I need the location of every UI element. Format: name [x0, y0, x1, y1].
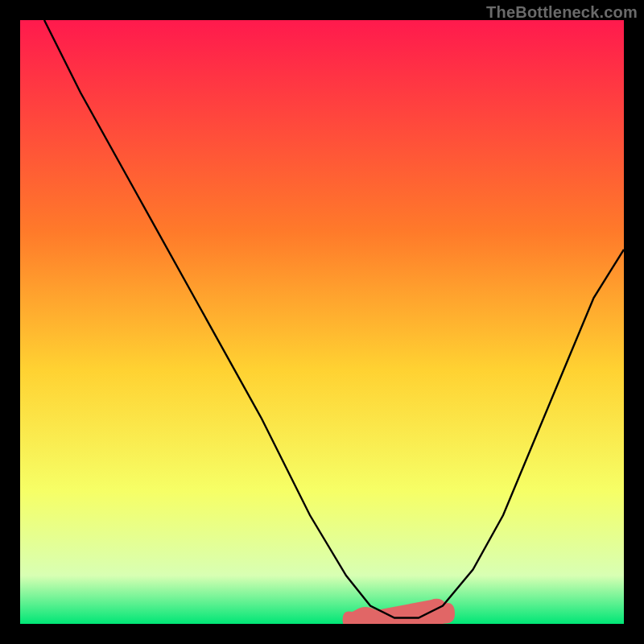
chart-plot-area — [20, 20, 624, 624]
attribution-watermark: TheBottleneck.com — [486, 3, 638, 22]
chart-svg — [20, 20, 624, 624]
gradient-background — [20, 20, 624, 624]
chart-stage: TheBottleneck.com — [0, 0, 644, 644]
